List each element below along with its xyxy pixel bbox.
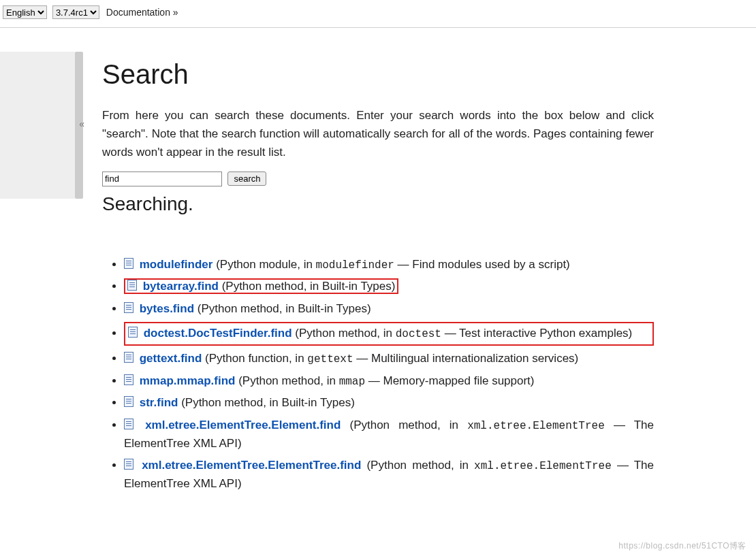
result-module-name: xml.etree.ElementTree [474,460,612,472]
result-row: bytes.find (Python method, in Built-in T… [124,302,371,315]
result-desc: (Python method, in [361,459,474,472]
result-item: xml.etree.ElementTree.Element.find (Pyth… [124,416,654,453]
result-desc: (Python method, in Built-in Types) [178,396,355,409]
result-module-name: xml.etree.ElementTree [467,420,605,432]
result-row: xml.etree.ElementTree.Element.find (Pyth… [124,419,654,450]
top-related-bar: English 3.7.4rc1 Documentation » [0,0,756,28]
document-icon [128,327,138,338]
result-row: modulefinder (Python module, in modulefi… [124,258,570,271]
result-row: str.find (Python method, in Built-in Typ… [124,396,355,409]
sidebar-body [0,52,75,199]
result-link[interactable]: doctest.DocTestFinder.find [144,327,292,340]
result-desc-suffix: — Find modules used by a script) [394,258,570,271]
result-item: str.find (Python method, in Built-in Typ… [124,394,654,412]
search-form: search [102,171,654,186]
result-row: doctest.DocTestFinder.find (Python metho… [124,322,654,346]
result-link[interactable]: bytes.find [140,302,194,315]
result-link[interactable]: xml.etree.ElementTree.ElementTree.find [142,459,361,472]
page-title: Search [102,59,654,90]
result-module-name: doctest [396,328,441,340]
result-link[interactable]: modulefinder [140,258,213,271]
result-module-name: gettext [307,353,353,365]
result-link[interactable]: xml.etree.ElementTree.Element.find [145,419,341,431]
result-link[interactable]: gettext.find [140,352,202,365]
result-row: bytearray.find (Python method, in Built-… [124,278,398,294]
result-desc: (Python method, in [235,374,338,387]
search-status: Searching. [102,193,654,215]
result-item: gettext.find (Python function, in gettex… [124,350,654,368]
document-icon [127,280,137,291]
result-row: xml.etree.ElementTree.ElementTree.find (… [124,459,654,490]
document-icon [124,374,133,385]
result-desc: (Python method, in Built-in Types) [219,280,396,293]
document-icon [124,459,133,470]
result-link[interactable]: str.find [140,396,178,409]
search-button[interactable]: search [227,171,266,186]
language-select[interactable]: English [3,5,47,19]
result-item: bytes.find (Python method, in Built-in T… [124,300,654,318]
document-icon [124,419,133,429]
result-row: mmap.mmap.find (Python method, in mmap —… [124,374,535,387]
sidebar-collapse-icon[interactable]: « [79,118,84,129]
result-row: gettext.find (Python function, in gettex… [124,352,578,365]
result-item: doctest.DocTestFinder.find (Python metho… [124,322,654,346]
result-desc: (Python method, in [341,419,467,431]
document-icon [124,302,133,313]
search-intro-text: From here you can search these documents… [102,106,654,162]
result-desc-suffix: — Multilingual internationalization serv… [353,352,579,365]
result-link[interactable]: bytearray.find [143,280,219,293]
main-document: Search From here you can search these do… [102,28,654,493]
documentation-link[interactable]: Documentation » [106,7,178,18]
result-desc-suffix: — Memory-mapped file support) [365,374,534,387]
search-results-list: modulefinder (Python module, in modulefi… [102,256,654,493]
result-desc: (Python method, in Built-in Types) [194,302,371,315]
result-desc: (Python method, in [292,327,396,340]
result-link[interactable]: mmap.mmap.find [140,374,236,387]
version-select[interactable]: 3.7.4rc1 [52,5,99,19]
result-module-name: mmap [339,376,365,388]
sidebar: « [0,52,83,199]
result-item: xml.etree.ElementTree.ElementTree.find (… [124,457,654,493]
result-item: mmap.mmap.find (Python method, in mmap —… [124,372,654,391]
result-desc: (Python function, in [202,352,307,365]
result-module-name: modulefinder [316,259,394,272]
result-item: bytearray.find (Python method, in Built-… [124,278,654,295]
result-desc: (Python module, in [212,258,315,271]
document-icon [124,396,133,407]
document-icon [124,258,133,269]
result-item: modulefinder (Python module, in modulefi… [124,256,654,274]
search-input[interactable] [102,171,222,186]
document-icon [124,352,133,363]
result-desc-suffix: — Test interactive Python examples) [441,327,632,340]
